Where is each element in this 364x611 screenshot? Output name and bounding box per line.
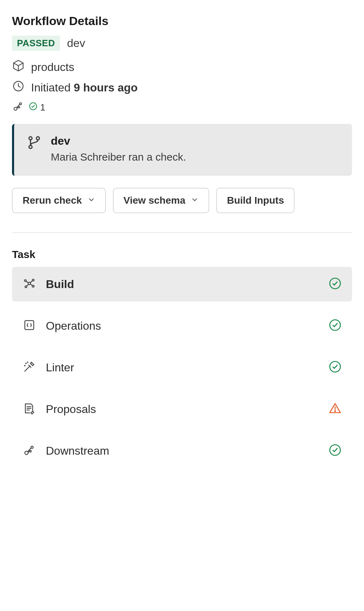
build-inputs-button[interactable]: Build Inputs xyxy=(216,188,295,213)
chevron-down-icon xyxy=(87,195,95,206)
downstream-icon xyxy=(23,443,36,458)
svg-point-16 xyxy=(26,363,26,364)
status-badge: PASSED xyxy=(12,36,60,51)
task-section-title: Task xyxy=(12,248,352,260)
task-label: Downstream xyxy=(46,444,319,457)
actions-row: Rerun check View schema Build Inputs xyxy=(12,188,352,213)
rerun-check-label: Rerun check xyxy=(23,195,82,206)
operations-icon xyxy=(23,318,36,333)
task-label: Linter xyxy=(46,361,319,374)
task-label: Build xyxy=(46,278,319,291)
task-item-downstream[interactable]: Downstream xyxy=(12,433,352,468)
task-list: Build Operations xyxy=(12,267,352,468)
view-schema-button[interactable]: View schema xyxy=(113,188,209,213)
task-item-linter[interactable]: Linter xyxy=(12,350,352,385)
check-circle-icon xyxy=(329,277,341,291)
svg-point-20 xyxy=(335,411,335,411)
svg-point-24 xyxy=(330,445,340,455)
check-circle-icon xyxy=(29,102,37,113)
svg-rect-14 xyxy=(25,321,34,329)
rerun-check-button[interactable]: Rerun check xyxy=(12,188,106,213)
initiated-time: 9 hours ago xyxy=(74,81,138,94)
proposals-icon xyxy=(23,402,36,417)
cube-icon xyxy=(12,59,25,75)
meta-initiated: Initiated 9 hours ago xyxy=(12,80,352,95)
svg-point-13 xyxy=(330,278,340,289)
initiated-label: Initiated xyxy=(31,81,71,94)
product-label: products xyxy=(31,61,74,74)
status-row: PASSED dev xyxy=(12,36,352,51)
event-branch: dev xyxy=(51,134,186,148)
meta-checks: 1 xyxy=(12,100,352,115)
svg-point-19 xyxy=(330,361,340,372)
check-circle-icon xyxy=(329,319,341,333)
event-card: dev Maria Schreiber ran a check. xyxy=(12,124,352,176)
downstream-icon xyxy=(12,100,24,115)
linter-icon xyxy=(23,360,36,375)
event-description: Maria Schreiber ran a check. xyxy=(51,151,186,163)
view-schema-label: View schema xyxy=(123,195,185,206)
svg-point-18 xyxy=(25,365,25,366)
check-circle-icon xyxy=(329,444,341,458)
check-count-value: 1 xyxy=(40,102,45,113)
check-circle-icon xyxy=(329,360,341,375)
task-item-proposals[interactable]: Proposals xyxy=(12,392,352,426)
section-divider xyxy=(12,232,352,233)
branch-name: dev xyxy=(67,37,85,50)
svg-point-17 xyxy=(27,362,28,363)
check-count: 1 xyxy=(29,102,45,113)
chevron-down-icon xyxy=(191,195,199,206)
clock-icon xyxy=(12,80,25,95)
task-item-operations[interactable]: Operations xyxy=(12,309,352,343)
branch-icon xyxy=(27,134,42,152)
initiated-text: Initiated 9 hours ago xyxy=(31,81,138,94)
page-title: Workflow Details xyxy=(12,14,352,28)
task-item-build[interactable]: Build xyxy=(12,267,352,301)
task-label: Proposals xyxy=(46,403,319,416)
meta-product: products xyxy=(12,59,352,75)
svg-point-15 xyxy=(330,320,340,330)
task-label: Operations xyxy=(46,319,319,333)
warning-triangle-icon xyxy=(329,402,341,416)
build-inputs-label: Build Inputs xyxy=(227,195,284,206)
graph-icon xyxy=(23,277,36,292)
